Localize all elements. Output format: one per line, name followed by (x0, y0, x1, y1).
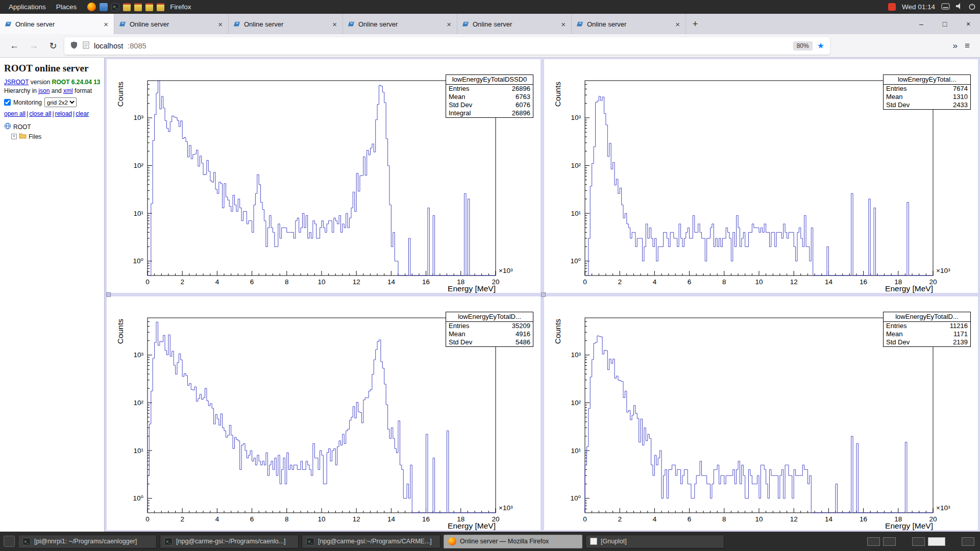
close-all-link[interactable]: close all (29, 110, 51, 117)
browser-tab[interactable]: Online server× (572, 14, 686, 34)
svg-text:0: 0 (583, 278, 587, 286)
tab-close-icon[interactable]: × (331, 20, 338, 29)
workspace-cell[interactable] (962, 537, 974, 546)
firefox-icon[interactable] (87, 3, 96, 11)
stats-box[interactable]: lowEnergyEyTotalD...Entries11216Mean1171… (883, 312, 971, 347)
stats-title: lowEnergyEyTotal... (884, 75, 970, 85)
close-button[interactable]: × (957, 14, 980, 34)
clear-link[interactable]: clear (76, 110, 89, 117)
stats-label: Mean (449, 330, 465, 338)
taskbar-window-button[interactable]: >_[pi@nnrpi1: ~/Programs/caenlogger] (18, 535, 157, 548)
terminal-icon[interactable]: >_ (111, 3, 119, 11)
minimize-button[interactable]: – (910, 14, 933, 34)
grid-separator-handle[interactable] (106, 292, 111, 297)
stats-value: 6076 (516, 101, 530, 109)
monitoring-row: Monitoring grid 2x2 (4, 97, 100, 107)
tree-item-files[interactable]: + Files (11, 133, 100, 140)
terminal-icon: >_ (22, 538, 31, 545)
tab-close-icon[interactable]: × (560, 20, 567, 29)
taskbar-window-button[interactable]: Online server — Mozilla Firefox (444, 535, 582, 548)
power-icon[interactable] (968, 3, 976, 12)
tab-close-icon[interactable]: × (446, 20, 452, 29)
workspace-cell[interactable] (883, 537, 896, 546)
workspace-cell[interactable] (912, 537, 925, 546)
grid-separator-handle[interactable] (541, 292, 546, 297)
browser-tab[interactable]: Online server× (229, 14, 343, 34)
url-bar-input[interactable]: localhost:8085 80% ★ (64, 37, 830, 55)
indicator-icon[interactable] (888, 3, 896, 11)
histogram-panel[interactable]: 0246810121416182010⁰10¹10²10³CountsEnerg… (544, 59, 978, 293)
show-desktop-icon[interactable] (4, 536, 15, 547)
applications-menu[interactable]: Applications (4, 0, 51, 14)
stats-row: Mean1310 (884, 93, 970, 101)
svg-text:10⁰: 10⁰ (133, 494, 143, 502)
tab-title: Online server (130, 20, 213, 28)
shield-icon[interactable] (70, 41, 78, 51)
task-buttons: >_[pi@nnrpi1: ~/Programs/caenlogger]>_[n… (18, 535, 724, 548)
stats-box[interactable]: lowEnergyEyTotalD...Entries35209Mean4916… (446, 312, 533, 347)
active-app-name[interactable]: Firefox (165, 0, 195, 14)
reload-button[interactable]: ↻ (45, 38, 61, 54)
svg-text:×10³: ×10³ (936, 267, 950, 274)
maximize-button[interactable]: □ (933, 14, 957, 34)
files-app-icon[interactable] (100, 3, 108, 11)
svg-text:10³: 10³ (133, 351, 143, 359)
app-launcher-icon[interactable] (134, 3, 142, 11)
jsroot-tab-icon (462, 20, 469, 28)
expand-icon[interactable]: + (11, 134, 17, 139)
tab-close-icon[interactable]: × (103, 20, 109, 29)
forward-button[interactable]: → (26, 38, 42, 54)
browser-tab[interactable]: Online server× (457, 14, 572, 34)
browser-tab[interactable]: Online server× (114, 14, 229, 34)
places-menu[interactable]: Places (52, 0, 82, 14)
xml-link[interactable]: xml (63, 87, 73, 94)
topbar-status-area: Wed 01:14 (888, 2, 976, 12)
keyboard-icon[interactable] (941, 3, 950, 11)
svg-text:8: 8 (285, 278, 289, 286)
stats-value: 11216 (950, 322, 968, 330)
monitoring-checkbox[interactable] (4, 99, 11, 106)
hamburger-menu-icon[interactable]: ≡ (965, 41, 970, 51)
page-info-icon[interactable] (83, 41, 89, 51)
url-port: :8085 (128, 42, 146, 50)
globe-icon (4, 122, 11, 131)
tree-item-root[interactable]: ROOT (4, 122, 100, 131)
workspace-cell-active[interactable] (928, 537, 945, 546)
reload-link[interactable]: reload (55, 110, 72, 117)
volume-icon[interactable] (955, 2, 963, 12)
hierarchy-text: and (50, 87, 63, 94)
back-button[interactable]: ← (6, 38, 22, 54)
tab-close-icon[interactable]: × (217, 20, 224, 29)
taskbar-window-button[interactable]: >_[npg@carme-gsi:~/Programs/CARME...] (302, 535, 440, 548)
stats-box[interactable]: lowEnergyEyTotalDSSD0Entries26896Mean676… (446, 74, 533, 118)
stats-row: Mean1171 (884, 330, 970, 338)
layout-select[interactable]: grid 2x2 (44, 97, 77, 107)
app-launcher-icon[interactable] (157, 3, 164, 11)
histogram-panel[interactable]: 0246810121416182010⁰10¹10²10³CountsEnerg… (107, 59, 541, 293)
new-tab-button[interactable]: + (686, 14, 704, 34)
tree-root-label: ROOT (13, 123, 31, 131)
taskbar-window-button[interactable]: [Gnuplot] (585, 535, 724, 548)
overflow-menu-icon[interactable]: » (953, 41, 958, 51)
svg-text:10²: 10² (133, 162, 143, 169)
svg-text:14: 14 (825, 278, 833, 286)
browser-tab[interactable]: Online server× (0, 14, 114, 34)
browser-tab[interactable]: Online server× (343, 14, 457, 34)
clock[interactable]: Wed 01:14 (901, 3, 936, 11)
bookmark-star-icon[interactable]: ★ (817, 41, 824, 51)
stats-value: 2139 (953, 338, 968, 346)
open-all-link[interactable]: open all (4, 110, 26, 117)
jsroot-link[interactable]: JSROOT (4, 79, 29, 86)
app-launcher-icon[interactable] (145, 3, 153, 11)
taskbar-window-button[interactable]: >_[npg@carme-gsi:~/Programs/caenlo...] (160, 535, 299, 548)
stats-box[interactable]: lowEnergyEyTotal...Entries7674Mean1310St… (883, 74, 971, 110)
app-launcher-icon[interactable] (123, 3, 131, 11)
tab-close-icon[interactable]: × (674, 20, 681, 29)
jsroot-tab-icon (5, 20, 12, 28)
json-link[interactable]: json (38, 87, 50, 94)
zoom-level-button[interactable]: 80% (793, 41, 813, 51)
histogram-panel[interactable]: 0246810121416182010⁰10¹10²10³CountsEnerg… (544, 296, 978, 530)
workspace-cell[interactable] (867, 537, 880, 546)
histogram-panel[interactable]: 0246810121416182010⁰10¹10²10³CountsEnerg… (107, 296, 541, 530)
taskbar-window-label: [npg@carme-gsi:~/Programs/caenlo...] (176, 538, 286, 545)
